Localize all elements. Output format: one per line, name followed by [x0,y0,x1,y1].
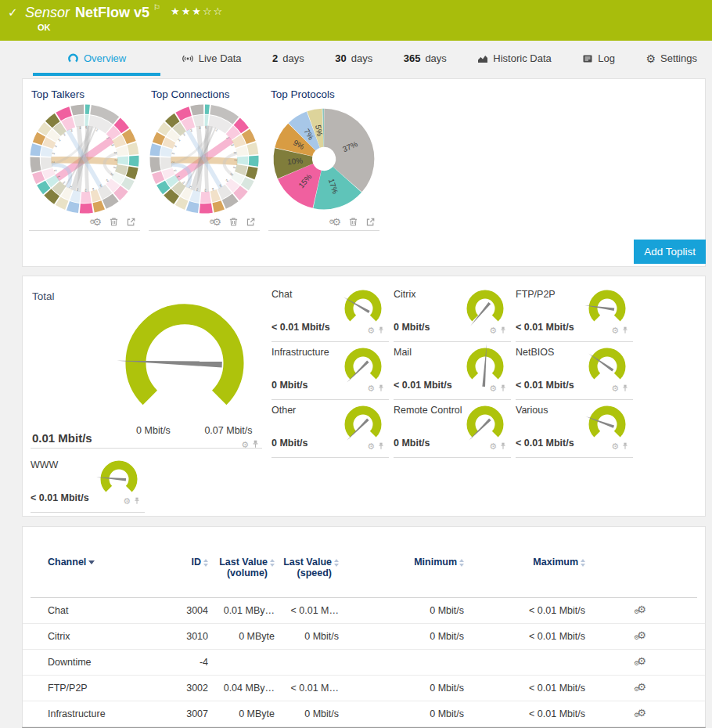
channel-gauge-grid: Chat < 0.01 Mbit/s ⚙ Citrix 0 Mbit/s ⚙ [271,284,633,458]
tab-icon [582,53,593,64]
gauge-scale-max: 0.07 Mbit/s [193,425,264,436]
gear-icon[interactable]: ⚙ [489,442,497,450]
cell-last-volume: 0 MByte [208,631,275,642]
gear-icon[interactable]: ⚙ [367,384,375,392]
tab-live-data[interactable]: Live Data [171,41,252,76]
tab-settings[interactable]: ⚙ Settings [635,41,707,76]
tab-number: 365 [404,52,421,64]
channel-value: 0 Mbit/s [271,380,308,391]
gear-icon[interactable]: ⚙ [611,326,619,334]
toplists-panel: Top Talkers 522222222222222222222222 ⚙⚙ … [22,78,706,267]
column-label: Last Value [283,557,332,568]
trash-icon[interactable] [228,217,239,227]
column-header-last-speed[interactable]: Last Value(speed) [275,557,339,578]
cell-maximum: < 0.01 Mbit/s [464,631,585,642]
column-label: (speed) [297,568,332,578]
pin-icon[interactable] [500,439,506,453]
settings-gears-icon[interactable]: ⚙⚙ [209,218,221,226]
tab-historic-data[interactable]: Historic Data [467,41,561,76]
column-header-maximum[interactable]: Maximum [464,557,585,578]
gear-icon[interactable]: ⚙ [489,326,497,334]
gear-icon[interactable]: ⚙ [367,326,375,334]
table-row[interactable]: Infrastructure 3007 0 MByte 0 Mbit/s 0 M… [23,701,705,727]
pin-icon[interactable] [252,438,259,452]
open-external-icon[interactable] [126,217,136,227]
channel-settings-gears-icon[interactable]: ⚙⚙ [634,632,646,642]
pin-icon[interactable] [622,381,628,395]
svg-text:2: 2 [53,144,58,148]
svg-text:2: 2 [63,132,67,137]
channel-settings-gears-icon[interactable]: ⚙⚙ [634,606,646,616]
tab-30-days[interactable]: 30 days [325,41,383,76]
cell-id: 3004 [161,605,208,616]
column-header-channel[interactable]: Channel [48,557,161,578]
channel-name: Infrastructure [271,347,329,358]
channel-gauge-card: Citrix 0 Mbit/s ⚙ [394,284,511,342]
svg-text:2: 2 [62,180,67,185]
column-header-last-volume[interactable]: Last Value(volume) [208,557,275,578]
table-row[interactable]: Chat 3004 0.01 MBy… < 0.01 M… 0 Mbit/s <… [23,598,705,624]
svg-text:2: 2 [53,168,58,172]
tab-icon [477,53,488,64]
gear-icon[interactable]: ⚙ [611,442,619,450]
svg-text:2: 2 [173,168,178,172]
pin-icon[interactable] [378,439,384,453]
gear-icon[interactable]: ⚙ [123,497,131,505]
open-external-icon[interactable] [365,217,376,227]
svg-text:2: 2 [211,187,214,192]
pin-icon[interactable] [500,381,506,395]
channel-gauges-panel: Total 0 Mbit/s 0.07 Mbit/s 0.01 Mbit/s ⚙… [22,276,706,517]
cell-id: 3010 [161,631,208,642]
trash-icon[interactable] [109,217,119,227]
cell-channel: Citrix [48,631,161,642]
toplist-chart-top-protocols[interactable]: 37%17%15%10%9%7%5% [268,103,379,214]
svg-text:2: 2 [225,178,229,183]
trash-icon[interactable] [348,217,358,227]
channel-settings-gears-icon[interactable]: ⚙⚙ [634,683,646,694]
add-toplist-button[interactable]: Add Toplist [634,240,706,264]
tab-icon [182,53,194,64]
open-external-icon[interactable] [246,217,256,227]
settings-gears-icon[interactable]: ⚙⚙ [329,218,341,226]
cell-last-volume: 0.04 MBy… [208,683,275,694]
gear-icon[interactable]: ⚙ [489,384,497,392]
channel-value: < 0.01 Mbit/s [516,380,574,391]
channel-gauge-card: Various < 0.01 Mbit/s ⚙ [516,400,633,458]
tab-number: 30 [335,52,346,64]
column-label: Maximum [533,557,578,568]
pin-icon[interactable] [378,381,384,395]
table-row[interactable]: FTP/P2P 3002 0.04 MBy… < 0.01 M… 0 Mbit/… [23,676,705,701]
channel-gauge-card: Remote Control 0 Mbit/s ⚙ [394,400,511,458]
cell-channel: Downtime [48,657,161,668]
channel-gauge-card: NetBIOS < 0.01 Mbit/s ⚙ [516,342,633,400]
pin-icon[interactable] [622,323,628,337]
priority-stars[interactable]: ★★★☆☆ [171,5,224,17]
channel-value: 0 Mbit/s [271,438,308,449]
column-header-id[interactable]: ID [161,557,208,578]
total-gauge [95,295,275,424]
settings-gears-icon[interactable]: ⚙⚙ [89,218,102,226]
svg-text:2: 2 [84,189,86,193]
flag-icon[interactable]: ⚐ [153,3,160,12]
pin-icon[interactable] [134,494,140,508]
table-row[interactable]: Citrix 3010 0 MByte 0 Mbit/s 0 Mbit/s < … [23,624,705,650]
toplist-title: Top Protocols [271,88,379,100]
pin-icon[interactable] [500,323,506,337]
pin-icon[interactable] [378,323,384,337]
gear-icon[interactable]: ⚙ [367,442,375,450]
column-header-minimum[interactable]: Minimum [339,557,464,578]
toplist-chart-top-connections[interactable]: 522222222222222222222222 [149,103,260,214]
tab-2-days[interactable]: 2 days [262,41,315,76]
toplist-chart-top-talkers[interactable]: 522222222222222222222222 [29,103,140,214]
channel-settings-gears-icon[interactable]: ⚙⚙ [634,658,646,668]
tab-log[interactable]: Log [572,41,625,76]
channel-settings-gears-icon[interactable]: ⚙⚙ [634,709,646,719]
channel-value: < 0.01 Mbit/s [516,438,574,449]
pin-icon[interactable] [622,439,628,453]
table-row[interactable]: Downtime -4 ⚙⚙ [23,650,705,676]
tab-365-days[interactable]: 365 days [394,41,457,76]
gear-icon[interactable]: ⚙ [241,441,249,449]
gear-icon[interactable]: ⚙ [611,384,619,392]
tab-overview[interactable]: Overview [33,41,160,76]
total-value: 0.01 Mbit/s [32,431,92,445]
